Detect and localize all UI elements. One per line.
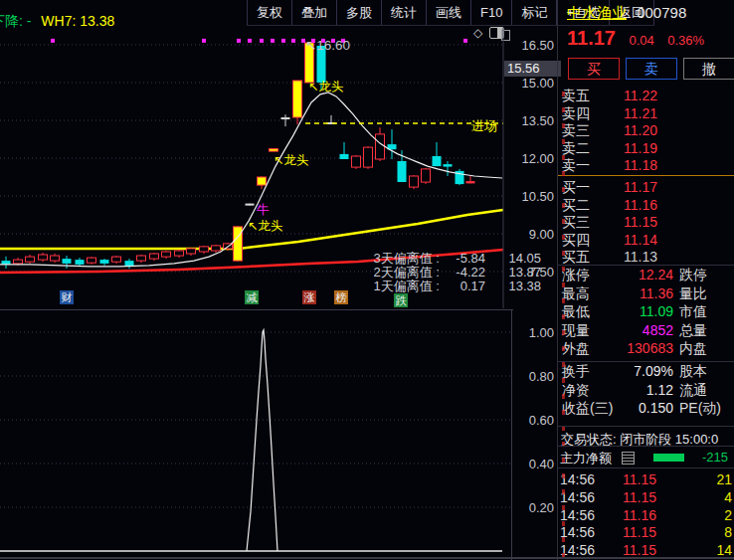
indicator-name: 下降: - — [0, 13, 31, 29]
stock-name[interactable]: 中水渔业 — [567, 4, 627, 21]
tick-row: 14:5611.154 — [557, 489, 734, 506]
annotation-牛: 牛 — [257, 202, 270, 219]
arrow-icon: ↖ — [305, 38, 316, 53]
menu-item-复权[interactable]: 复权 — [247, 0, 291, 25]
order-row-买三[interactable]: 买三11.15 — [558, 214, 734, 231]
menu-item-标记[interactable]: 标记 — [511, 0, 556, 25]
indicator-value: WH7: 13.38 — [41, 13, 114, 29]
badge-减[interactable]: 减 — [245, 290, 259, 304]
main-force-row: 主力净额 -215 — [560, 450, 612, 466]
order-row-买二[interactable]: 买二11.16 — [558, 197, 734, 214]
menu-item-多股[interactable]: 多股 — [336, 0, 381, 25]
badge-涨[interactable]: 涨 — [302, 290, 316, 304]
deviation-line: 1天偏离值 :0.1713.38 — [348, 280, 541, 293]
subchart-tick: 1.00 — [504, 325, 554, 340]
order-row-卖三[interactable]: 卖三11.20 — [558, 122, 734, 139]
info-row-换手: 换手7.09%股本 — [558, 363, 734, 381]
last-price: 11.17 — [567, 27, 616, 49]
deviation-line: 3天偏离值 :-5.8414.05 — [348, 252, 541, 266]
info-row-最高: 最高11.36量比 — [558, 285, 734, 303]
info-row-净资: 净资1.12流通 — [558, 382, 734, 400]
price-tick: 10.50 — [504, 189, 554, 204]
price-tick: 16.50 — [504, 38, 554, 53]
annotation-进场: 进场 — [471, 117, 497, 135]
order-row-卖五[interactable]: 卖五11.22 — [558, 88, 734, 104]
subchart-tick: 0.80 — [504, 369, 554, 384]
order-row-买四[interactable]: 买四11.14 — [558, 232, 734, 249]
badge-财[interactable]: 财 — [60, 290, 74, 304]
deviation-overlay: 3天偏离值 :-5.8414.052天偏离值 :-4.2213.871天偏离值 … — [348, 252, 541, 293]
price-highlight: 15.56 — [504, 61, 561, 77]
badge-榜[interactable]: 榜 — [334, 290, 348, 304]
annotation-龙头: ↖龙头 — [274, 152, 308, 169]
annotation-龙头: ↖龙头 — [248, 218, 282, 235]
stock-code: 000798 — [637, 4, 686, 21]
price-change-pct: 0.36% — [667, 33, 704, 48]
menu-item-统计[interactable]: 统计 — [381, 0, 426, 25]
tick-row: 14:5611.1521 — [557, 471, 734, 488]
separator — [557, 467, 734, 468]
panel-tick-marks — [562, 92, 565, 557]
annotation-16.60: ↖16.60 — [305, 37, 350, 53]
price-change: 0.04 — [629, 33, 653, 48]
price-tick: 15.00 — [504, 76, 554, 91]
info-row-收益(三): 收益(三)0.150PE(动) — [558, 400, 734, 418]
main-force-bar — [653, 454, 684, 462]
main-force-value: -215 — [702, 450, 728, 465]
price-tick: 9.00 — [504, 227, 554, 242]
subchart-tick: 0.20 — [504, 500, 554, 515]
btn-买[interactable]: 买 — [568, 58, 620, 80]
menu-item-叠加[interactable]: 叠加 — [291, 0, 336, 25]
tick-row: 14:5611.158 — [557, 524, 734, 541]
deviation-line: 2天偏离值 :-4.2213.87 — [348, 266, 541, 280]
main-force-label: 主力净额 — [560, 451, 612, 466]
separator — [557, 426, 734, 427]
btn-撤[interactable]: 撤 — [683, 58, 734, 80]
indicator-subchart — [0, 309, 513, 560]
stock-header: 中水渔业 000798 — [567, 4, 686, 23]
price-tick: 13.50 — [504, 113, 554, 128]
btn-卖[interactable]: 卖 — [626, 58, 677, 80]
separator — [557, 361, 734, 362]
order-row-卖一[interactable]: 卖一11.18 — [558, 157, 734, 174]
list-icon[interactable] — [622, 452, 635, 465]
separator — [557, 265, 734, 266]
arrow-icon: ↖ — [248, 219, 258, 233]
arrow-icon: ↖ — [308, 80, 318, 93]
menu-item-画线[interactable]: 画线 — [426, 0, 470, 25]
arrow-icon: ↖ — [274, 153, 283, 167]
order-row-买一[interactable]: 买一11.17 — [558, 179, 734, 196]
price-tick: 12.00 — [504, 151, 554, 166]
order-row-买五[interactable]: 买五11.13 — [558, 249, 734, 266]
info-row-外盘: 外盘130683内盘 — [558, 340, 734, 358]
info-row-现量: 现量4852总量 — [558, 322, 734, 340]
info-row-最低: 最低11.09市值 — [558, 303, 734, 321]
badge-跌[interactable]: 跌 — [394, 293, 408, 307]
subchart-tick: 0.40 — [504, 457, 554, 471]
info-row-涨停: 涨停12.24跌停 — [558, 267, 734, 284]
order-row-卖二[interactable]: 卖二11.19 — [558, 140, 734, 157]
separator — [557, 446, 734, 447]
order-row-卖四[interactable]: 卖四11.21 — [558, 105, 734, 122]
annotation-龙头: ↖龙头 — [308, 79, 343, 95]
subchart-tick: 0.60 — [504, 413, 554, 428]
tick-row: 14:5611.162 — [557, 507, 734, 524]
mid-separator — [558, 175, 734, 176]
price-row: 11.17 0.04 0.36% — [567, 27, 704, 50]
window-bottom-border — [0, 557, 734, 559]
menu-item-F10[interactable]: F10 — [470, 0, 511, 25]
